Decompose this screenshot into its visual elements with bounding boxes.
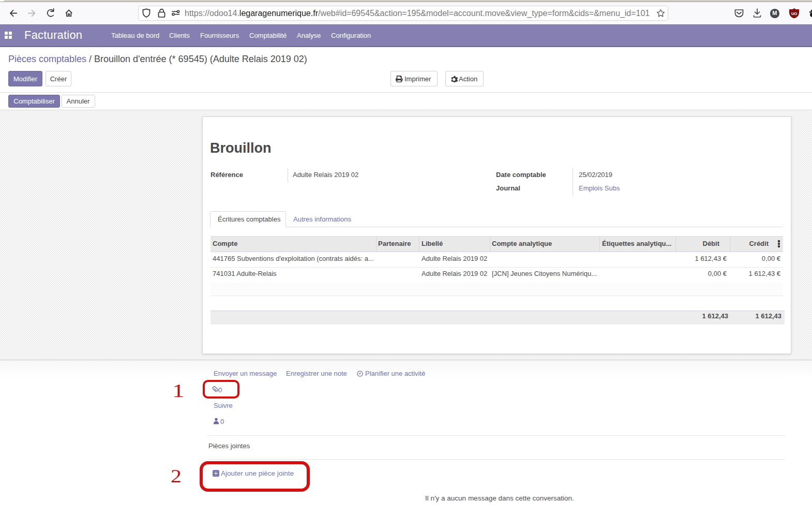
svg-text:UO: UO (791, 11, 797, 16)
